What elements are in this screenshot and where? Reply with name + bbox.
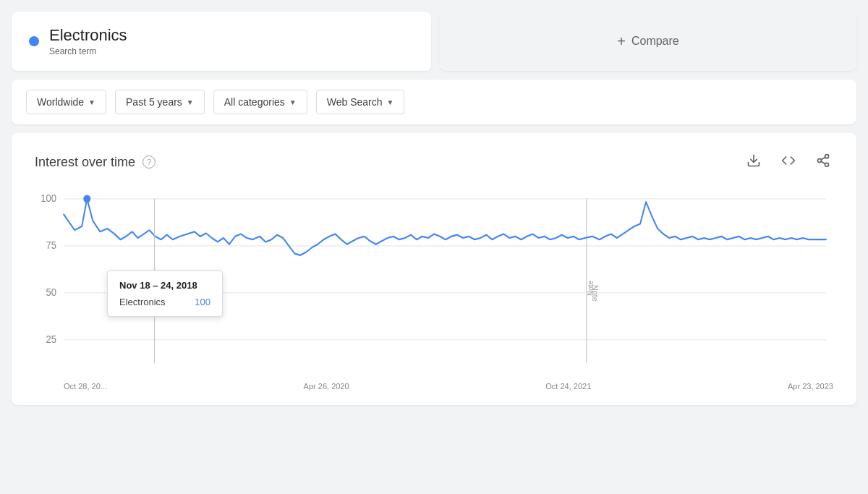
svg-text:75: 75 (46, 240, 57, 252)
svg-line-5 (821, 157, 825, 159)
category-filter[interactable]: All categories ▼ (213, 90, 307, 114)
download-button[interactable] (744, 150, 764, 174)
chart-actions (744, 150, 833, 174)
x-label-3: Oct 24, 2021 (545, 382, 591, 391)
search-term-card: Electronics Search term (12, 12, 431, 71)
help-icon[interactable]: ? (142, 156, 156, 169)
note-label: Note (587, 260, 595, 296)
category-label: All categories (224, 96, 285, 108)
compare-label: Compare (631, 35, 679, 48)
help-icon-text: ? (147, 158, 151, 166)
filters-bar: Worldwide ▼ Past 5 years ▼ All categorie… (12, 80, 856, 124)
embed-button[interactable] (778, 150, 799, 174)
chart-section: Interest over time ? (12, 133, 856, 405)
chart-header: Interest over time ? (35, 150, 833, 174)
x-label-1: Oct 28, 20... (64, 382, 107, 391)
chart-title: Interest over time (35, 155, 135, 170)
search-type-filter[interactable]: Web Search ▼ (316, 90, 405, 114)
term-color-dot (29, 36, 39, 46)
chart-tooltip: Nov 18 – 24, 2018 Electronics 100 (107, 271, 223, 317)
term-name: Electronics (49, 26, 127, 45)
x-label-4: Apr 23, 2023 (788, 382, 833, 391)
term-type-label: Search term (49, 46, 127, 56)
chart-title-area: Interest over time ? (35, 155, 156, 170)
share-button[interactable] (813, 150, 833, 174)
compare-plus-icon: + (617, 33, 626, 50)
svg-text:25: 25 (46, 334, 57, 346)
search-type-arrow-icon: ▼ (386, 98, 393, 106)
time-label: Past 5 years (126, 96, 182, 108)
x-label-2: Apr 26, 2020 (304, 382, 349, 391)
svg-point-17 (83, 195, 90, 203)
region-arrow-icon: ▼ (88, 98, 95, 106)
compare-button[interactable]: + Compare (440, 12, 856, 71)
category-arrow-icon: ▼ (289, 98, 297, 106)
search-term-info: Electronics Search term (49, 26, 127, 56)
svg-text:50: 50 (46, 287, 57, 299)
time-filter[interactable]: Past 5 years ▼ (115, 90, 205, 114)
region-filter[interactable]: Worldwide ▼ (26, 90, 106, 114)
tooltip-value: 100 (195, 297, 210, 307)
svg-text:100: 100 (41, 193, 56, 205)
x-axis-labels: Oct 28, 20... Apr 26, 2020 Oct 24, 2021 … (35, 379, 833, 391)
search-type-label: Web Search (327, 96, 383, 108)
tooltip-row: Electronics 100 (119, 297, 210, 307)
region-label: Worldwide (37, 96, 84, 108)
chart-area: 100 75 50 25 Note Nov 18 – 24, 2018 Elec… (35, 191, 833, 379)
time-arrow-icon: ▼ (187, 98, 194, 106)
tooltip-date: Nov 18 – 24, 2018 (119, 280, 210, 291)
svg-line-4 (821, 161, 825, 163)
tooltip-term: Electronics (119, 297, 166, 307)
